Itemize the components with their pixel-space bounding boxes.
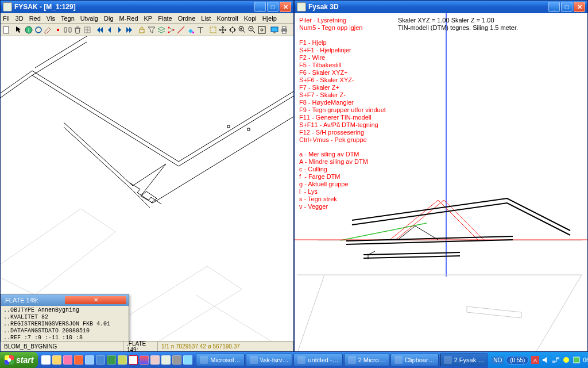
flate-popup-body: ..OBJTYPE AnnenBygning ..KVALITET 82 ..R… xyxy=(1,306,129,341)
task-item[interactable]: \\sk-tsrv… xyxy=(246,354,293,366)
menu-red[interactable]: Red xyxy=(29,15,41,22)
tree-icon[interactable] xyxy=(167,25,176,35)
lock-icon[interactable] xyxy=(137,25,146,35)
excel-icon[interactable] xyxy=(107,355,116,365)
media-icon[interactable] xyxy=(63,355,72,365)
svg-rect-14 xyxy=(258,26,265,33)
help-line: F2 - Wire xyxy=(299,54,386,62)
next-fast-icon[interactable] xyxy=(125,25,134,35)
help-line: Piler - Lysretning xyxy=(299,17,386,24)
task-item[interactable]: 2 Fysak … xyxy=(440,354,489,366)
fysak3d-canvas[interactable]: Piler - LysretningNum5 - Tegn opp igjen … xyxy=(295,13,587,351)
draw-line-icon[interactable] xyxy=(176,25,185,35)
ie-icon[interactable] xyxy=(41,355,51,365)
menu-m-red[interactable]: M-Red xyxy=(119,15,138,22)
close-button[interactable]: ✕ xyxy=(574,2,585,12)
task-item[interactable]: 2 Micro… xyxy=(344,354,389,366)
volume-icon[interactable] xyxy=(541,356,550,364)
next-icon[interactable] xyxy=(115,25,124,35)
menu-tegn[interactable]: Tegn xyxy=(61,15,75,22)
firefox-icon[interactable] xyxy=(74,355,83,365)
help-line: F6 - Skaler XYZ+ xyxy=(299,69,386,76)
scale-info: Skaler XYZ = 1.00 Skaler Z = 1.00TIN-mod… xyxy=(398,17,518,32)
merge-icon[interactable] xyxy=(63,25,72,35)
menu-flate[interactable]: Flate xyxy=(158,15,172,22)
mail-icon[interactable] xyxy=(85,355,94,365)
maximize-button[interactable]: □ xyxy=(561,2,572,12)
menu-hjelp[interactable]: Hjelp xyxy=(262,15,277,22)
close-button[interactable]: ✕ xyxy=(280,2,291,12)
color-fill-icon[interactable] xyxy=(186,25,195,35)
menu-list[interactable]: List xyxy=(201,15,211,22)
svg-point-30 xyxy=(563,357,569,363)
flate-close-button[interactable]: ✕ xyxy=(65,296,126,304)
task-item[interactable]: Microsof… xyxy=(196,354,245,366)
language-indicator[interactable]: NO xyxy=(492,356,504,364)
menu-vis[interactable]: Vis xyxy=(47,15,55,22)
app-icon-5[interactable] xyxy=(172,355,181,365)
select-rect-icon[interactable] xyxy=(208,25,218,35)
start-button[interactable]: start xyxy=(0,352,38,368)
app-icon-4[interactable] xyxy=(150,355,160,365)
text-icon[interactable] xyxy=(196,25,205,35)
menu-kp[interactable]: KP xyxy=(144,15,153,22)
app-icon-2[interactable] xyxy=(129,355,138,365)
info-line: Skaler XYZ = 1.00 Skaler Z = 1.00 xyxy=(398,17,518,24)
circle-icon[interactable] xyxy=(34,25,43,35)
fysak-canvas[interactable]: .FLATE 149: ✕ ..OBJTYPE AnnenBygning ..K… xyxy=(1,36,293,341)
tray-icon-1[interactable]: A xyxy=(531,356,539,364)
grid-icon[interactable] xyxy=(83,25,92,35)
app-icon-3[interactable] xyxy=(140,355,149,365)
task-item[interactable]: Clipboar… xyxy=(390,354,439,366)
menu-kontroll[interactable]: Kontroll xyxy=(216,15,238,22)
menu-ordne[interactable]: Ordne xyxy=(178,15,196,22)
help-line: F9 - Tegn grupper utfor vinduet xyxy=(299,106,386,114)
layers-icon[interactable] xyxy=(157,25,166,35)
menu-3d[interactable]: 3D xyxy=(16,15,24,22)
prev-icon[interactable] xyxy=(105,25,114,35)
maximize-button[interactable]: □ xyxy=(267,2,278,12)
app-icon-1[interactable] xyxy=(118,355,127,365)
help-line: A - Mindre siling av DTM xyxy=(299,158,386,166)
menu-utvalg[interactable]: Utvalg xyxy=(80,15,98,22)
svg-rect-28 xyxy=(552,361,555,363)
menu-fil[interactable]: Fil xyxy=(3,15,10,22)
minimize-button[interactable]: _ xyxy=(548,2,560,12)
word-icon[interactable] xyxy=(96,355,105,365)
edit-icon[interactable] xyxy=(44,25,53,35)
filter-icon[interactable] xyxy=(147,25,156,35)
task-item[interactable]: untitled -… xyxy=(293,354,342,366)
prev-fast-icon[interactable] xyxy=(95,25,105,35)
node-icon[interactable] xyxy=(53,25,63,35)
screen-icon[interactable] xyxy=(270,25,279,35)
clock[interactable]: 06:57 xyxy=(583,357,588,363)
zoom-out-icon[interactable] xyxy=(247,25,257,35)
svg-rect-19 xyxy=(283,26,286,29)
menu-dig[interactable]: Dig xyxy=(104,15,114,22)
flate-popup-titlebar[interactable]: .FLATE 149: ✕ xyxy=(1,294,129,306)
print-icon[interactable] xyxy=(280,25,289,35)
trash-icon[interactable] xyxy=(73,25,82,35)
fysak-titlebar[interactable]: FYSAK - [M_1:129] _ □ ✕ xyxy=(1,1,293,13)
timer-pill[interactable]: (0:55) xyxy=(506,356,529,365)
target-icon[interactable] xyxy=(228,25,237,35)
flate-popup[interactable]: .FLATE 149: ✕ ..OBJTYPE AnnenBygning ..K… xyxy=(1,294,129,341)
minimize-button[interactable]: _ xyxy=(254,2,266,12)
app-icon xyxy=(297,2,306,12)
zoom-extent-icon[interactable] xyxy=(257,25,266,35)
zoom-in-icon[interactable] xyxy=(238,25,247,35)
fysak-launch-icon[interactable] xyxy=(161,355,171,365)
explorer-icon[interactable] xyxy=(52,355,61,365)
app-icon xyxy=(3,2,12,12)
tray-icon-3[interactable] xyxy=(572,356,581,364)
menu-kopi[interactable]: Kopi xyxy=(244,15,257,22)
tray-icon-2[interactable] xyxy=(562,356,570,364)
network-icon[interactable] xyxy=(552,356,560,364)
move-icon[interactable] xyxy=(218,25,227,35)
fysak3d-titlebar[interactable]: Fysak 3D _ □ ✕ xyxy=(295,1,587,13)
app-icon-6[interactable] xyxy=(183,355,192,365)
info-icon[interactable]: i xyxy=(24,25,33,35)
pointer-icon[interactable] xyxy=(14,25,24,35)
help-line: f - Farge DTM xyxy=(299,173,386,181)
new-icon[interactable] xyxy=(2,25,11,35)
